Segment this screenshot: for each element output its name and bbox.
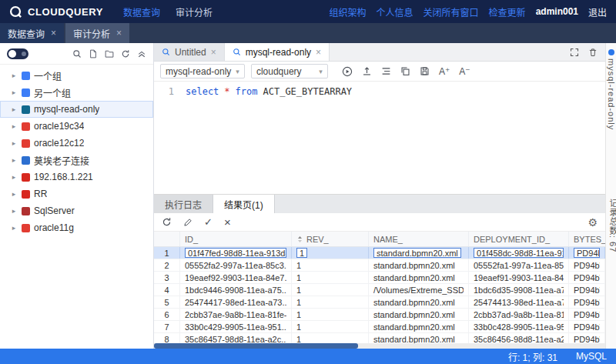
- tree-item[interactable]: ▸ mysql-read-only: [0, 101, 153, 118]
- cell-id[interactable]: 19eaef92-9903-11ea-84e7...: [180, 272, 292, 283]
- row-number[interactable]: 1: [154, 247, 180, 259]
- table-row[interactable]: 1 01f47fed-98d8-11ea-913d-128 1 standard…: [154, 247, 605, 259]
- collapse-all-icon[interactable]: [137, 49, 146, 58]
- cell-rev[interactable]: 1: [292, 272, 369, 283]
- font-increase-button[interactable]: A⁺: [439, 66, 450, 77]
- refresh-icon[interactable]: [162, 217, 172, 227]
- caret-right-icon[interactable]: ▸: [10, 207, 18, 215]
- font-decrease-button[interactable]: A⁻: [459, 66, 470, 77]
- cell-bytes[interactable]: PD94bW: [569, 296, 605, 308]
- table-row[interactable]: 5 25474417-98ed-11ea-a73... 1 standard.b…: [154, 296, 605, 309]
- top-link[interactable]: 检查更新: [489, 5, 526, 18]
- format-icon[interactable]: [381, 66, 391, 76]
- col-header-bytes[interactable]: BYTES_: [569, 232, 605, 246]
- gear-icon[interactable]: ⚙: [588, 216, 598, 229]
- cell-id[interactable]: 01f47fed-98d8-11ea-913d-128: [180, 247, 292, 259]
- cell-rev[interactable]: 1: [292, 247, 369, 259]
- tree-item[interactable]: ▸ oracle11g: [0, 219, 153, 236]
- cell-deployment[interactable]: 19eaef91-9903-11ea-84e7...: [469, 272, 569, 283]
- row-number[interactable]: 7: [154, 321, 180, 332]
- cell-deployment[interactable]: 05552fa1-997a-11ea-85c3...: [469, 259, 569, 271]
- cell-rev[interactable]: 1: [292, 296, 369, 308]
- cell-bytes[interactable]: PD94bW: [569, 272, 605, 283]
- database-select[interactable]: cloudquery ▾: [251, 64, 328, 78]
- cell-rev[interactable]: 1: [292, 321, 369, 332]
- row-number[interactable]: 2: [154, 259, 180, 271]
- tree-item[interactable]: ▸ RR: [0, 185, 153, 202]
- datasource-select[interactable]: mysql-read-only ▾: [160, 64, 245, 78]
- cell-rev[interactable]: 1: [292, 309, 369, 320]
- sql-editor[interactable]: 1 select * from ACT_GE_BYTEARRAY: [154, 82, 605, 194]
- folder-icon[interactable]: [105, 49, 114, 58]
- col-header-deployment[interactable]: DEPLOYMENT_ID_: [469, 232, 569, 246]
- file-icon[interactable]: [89, 49, 98, 58]
- vertical-editor-tab[interactable]: mysql-read-only: [607, 58, 616, 130]
- save-icon[interactable]: [420, 66, 430, 76]
- caret-right-icon[interactable]: ▸: [10, 139, 18, 147]
- table-row[interactable]: 3 19eaef92-9903-11ea-84e7... 1 standard.…: [154, 272, 605, 284]
- cell-id[interactable]: 05552fa2-997a-11ea-85c3...: [180, 259, 292, 271]
- fullscreen-icon[interactable]: [570, 48, 579, 57]
- editor-tab[interactable]: mysql-read-only ×: [225, 43, 330, 61]
- editor-tab[interactable]: Untitled ×: [154, 43, 225, 61]
- top-link[interactable]: 组织架构: [330, 5, 367, 18]
- tree-item[interactable]: ▸ SqlServer: [0, 202, 153, 219]
- refresh-icon[interactable]: [121, 49, 130, 58]
- cell-bytes[interactable]: PD94bW: [569, 309, 605, 320]
- row-number[interactable]: 3: [154, 272, 180, 283]
- scrollbar-thumb[interactable]: [154, 343, 358, 349]
- cell-deployment[interactable]: 1bdc6d35-9908-11ea-a75...: [469, 284, 569, 296]
- caret-right-icon[interactable]: ▸: [10, 72, 18, 79]
- caret-right-icon[interactable]: ▸: [10, 190, 18, 198]
- table-row[interactable]: 6 2cbb37ae-9a8b-11ea-81fe-... 1 standard…: [154, 309, 605, 321]
- cell-name[interactable]: standard.bpmn20.xml: [369, 296, 469, 308]
- cancel-x-icon[interactable]: ×: [224, 216, 231, 228]
- tree-item[interactable]: ▸ oracle19c34: [0, 118, 153, 135]
- run-icon[interactable]: [342, 66, 353, 77]
- sidebar-toggle[interactable]: [7, 48, 28, 59]
- cell-bytes[interactable]: PD94bW: [569, 284, 605, 296]
- col-header-rev[interactable]: REV_: [292, 232, 369, 246]
- top-link[interactable]: 关闭所有窗口: [424, 5, 479, 18]
- edit-icon[interactable]: [183, 218, 192, 227]
- cell-name[interactable]: standard.bpmn20.xml: [369, 247, 469, 259]
- caret-right-icon[interactable]: ▸: [10, 105, 18, 113]
- row-number[interactable]: 5: [154, 296, 180, 308]
- col-header-rownum[interactable]: [154, 232, 180, 246]
- logout-link[interactable]: 退出: [588, 5, 607, 18]
- cell-name[interactable]: standard.bpmn20.xml: [369, 321, 469, 332]
- cell-id[interactable]: 25474417-98ed-11ea-a73...: [180, 296, 292, 308]
- top-menu-item[interactable]: 数据查询: [123, 5, 160, 18]
- results-tab[interactable]: 执行日志: [154, 195, 213, 213]
- row-number[interactable]: 6: [154, 309, 180, 320]
- cell-deployment[interactable]: 33b0c428-9905-11ea-951...: [469, 321, 569, 332]
- cell-name[interactable]: standard.bpmn20.xml: [369, 272, 469, 283]
- sort-icon[interactable]: [296, 235, 303, 243]
- horizontal-scrollbar[interactable]: [154, 343, 605, 349]
- tree-item[interactable]: ▸ 一个组: [0, 67, 153, 84]
- top-link[interactable]: 个人信息: [377, 5, 413, 18]
- cell-deployment[interactable]: 2cbb37ad-9a8b-11ea-81fe-...: [469, 309, 569, 320]
- trash-icon[interactable]: [588, 48, 598, 57]
- close-icon[interactable]: ×: [116, 28, 122, 38]
- cell-bytes[interactable]: PD94bW: [569, 259, 605, 271]
- commit-check-icon[interactable]: ✓: [204, 217, 213, 227]
- row-number[interactable]: 4: [154, 284, 180, 296]
- tree-item[interactable]: ▸ 192.168.1.221: [0, 169, 153, 185]
- close-icon[interactable]: ×: [316, 47, 321, 58]
- close-icon[interactable]: ×: [211, 47, 216, 58]
- export-icon[interactable]: [362, 66, 372, 76]
- cell-id[interactable]: 2cbb37ae-9a8b-11ea-81fe-...: [180, 309, 292, 320]
- cell-rev[interactable]: 1: [292, 284, 369, 296]
- tree-item[interactable]: ▸ 莫埃老子连接: [0, 152, 153, 169]
- cell-name[interactable]: standard.bpmn20.xml: [369, 309, 469, 320]
- cell-rev[interactable]: 1: [292, 259, 369, 271]
- caret-right-icon[interactable]: ▸: [10, 122, 18, 130]
- table-row[interactable]: 7 33b0c429-9905-11ea-951... 1 standard.b…: [154, 321, 605, 333]
- window-tab[interactable]: 数据查询 ×: [0, 23, 64, 43]
- cell-bytes[interactable]: PD94bW: [569, 247, 605, 259]
- tree-item[interactable]: ▸ 另一个组: [0, 84, 153, 101]
- window-tab[interactable]: 审计分析 ×: [65, 23, 129, 43]
- cell-deployment[interactable]: 01f458dc-98d8-11ea-913d-12E: [469, 247, 569, 259]
- cell-id[interactable]: 1bdc9446-9908-11ea-a75...: [180, 284, 292, 296]
